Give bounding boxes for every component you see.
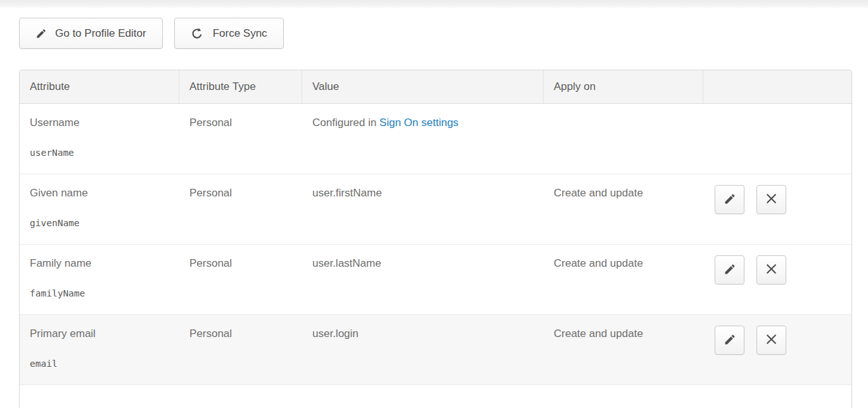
attribute-type: Personal <box>189 328 232 340</box>
apply-on-cell: Create and update <box>544 315 703 385</box>
pencil-icon <box>724 333 736 348</box>
pencil-icon <box>724 263 736 277</box>
value-text: user.firstName <box>312 187 382 199</box>
column-header-value: Value <box>302 70 544 104</box>
column-header-apply-on: Apply on <box>544 70 703 104</box>
attribute-variable-name: familyName <box>30 288 169 298</box>
sign-on-settings-link[interactable]: Sign On settings <box>380 117 459 129</box>
attribute-label: Username <box>30 117 169 129</box>
attribute-mappings-table: Attribute Attribute Type Value Apply on … <box>19 70 852 408</box>
go-to-profile-editor-label: Go to Profile Editor <box>55 27 146 40</box>
attribute-label: Primary email <box>30 328 169 340</box>
go-to-profile-editor-button[interactable]: Go to Profile Editor <box>19 18 163 49</box>
pencil-icon <box>35 28 47 39</box>
toolbar: Go to Profile Editor Force Sync <box>19 18 868 49</box>
table-header: Attribute Attribute Type Value Apply on <box>20 70 852 104</box>
edit-attribute-button[interactable] <box>715 326 744 355</box>
force-sync-button[interactable]: Force Sync <box>174 18 284 49</box>
remove-attribute-button[interactable] <box>756 255 786 284</box>
attribute-variable-name: userName <box>30 148 169 158</box>
column-header-attribute-type: Attribute Type <box>179 70 302 104</box>
table-row-partial <box>20 385 852 408</box>
column-header-actions <box>703 70 852 104</box>
top-band <box>0 0 868 8</box>
apply-on-cell: Create and update <box>544 245 703 315</box>
attribute-label: Given name <box>30 187 169 200</box>
value-text: user.lastName <box>312 257 381 269</box>
value-text: user.login <box>312 328 359 340</box>
attribute-type: Personal <box>189 187 232 199</box>
remove-attribute-button[interactable] <box>756 185 786 214</box>
attribute-label: Family name <box>30 257 169 270</box>
apply-on-cell: Create and update <box>544 174 703 245</box>
attribute-variable-name: givenName <box>30 218 169 228</box>
apply-on-cell <box>544 104 703 174</box>
force-sync-label: Force Sync <box>213 27 267 40</box>
edit-attribute-button[interactable] <box>715 185 744 214</box>
refresh-icon <box>191 27 205 41</box>
close-icon <box>765 192 778 207</box>
remove-attribute-button[interactable] <box>756 326 786 355</box>
attribute-type: Personal <box>189 257 232 269</box>
close-icon <box>765 262 778 277</box>
close-icon <box>765 333 778 348</box>
attribute-variable-name: email <box>30 359 169 369</box>
value-text: Configured in <box>312 117 380 129</box>
column-header-attribute: Attribute <box>20 70 179 104</box>
pencil-icon <box>724 193 736 207</box>
table-row-family-name: Family name familyName Personal user.las… <box>20 245 852 315</box>
table-row-username: Username userName Personal Configured in… <box>20 104 852 174</box>
edit-attribute-button[interactable] <box>715 255 744 284</box>
table-row-given-name: Given name givenName Personal user.first… <box>20 174 852 245</box>
table-row-primary-email: Primary email email Personal user.login … <box>20 315 852 385</box>
attribute-type: Personal <box>189 117 232 129</box>
